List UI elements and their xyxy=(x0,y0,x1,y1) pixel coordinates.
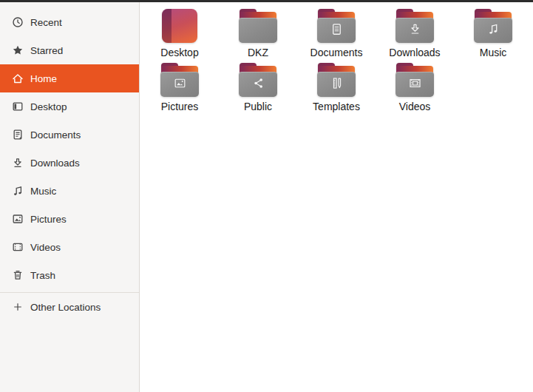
file-icon-view: Desktop DKZ xyxy=(140,2,533,392)
star-icon xyxy=(11,44,24,57)
home-icon xyxy=(11,72,24,85)
music-icon xyxy=(11,185,24,197)
file-label: Desktop xyxy=(160,47,198,59)
file-label: Videos xyxy=(399,101,431,113)
sidebar-item-label: Recent xyxy=(30,17,62,28)
download-icon xyxy=(11,157,24,169)
file-public[interactable]: Public xyxy=(219,62,297,113)
file-label: Templates xyxy=(313,101,360,113)
sidebar-item-pictures[interactable]: Pictures xyxy=(0,205,139,233)
file-label: Pictures xyxy=(161,101,199,113)
sidebar-item-label: Pictures xyxy=(30,214,67,225)
clock-icon xyxy=(11,16,24,29)
file-downloads[interactable]: Downloads xyxy=(376,8,454,59)
document-icon xyxy=(11,129,24,141)
sidebar-item-music[interactable]: Music xyxy=(0,177,139,205)
file-music[interactable]: Music xyxy=(454,8,532,59)
window-body: Recent Starred Home Desktop xyxy=(0,2,533,392)
file-label: Downloads xyxy=(389,47,440,59)
music-glyph-icon xyxy=(486,22,500,39)
share-glyph-icon xyxy=(251,76,265,93)
sidebar-item-label: Desktop xyxy=(30,101,67,112)
template-glyph-icon xyxy=(330,76,344,93)
folder-icon xyxy=(239,62,277,98)
file-label: Documents xyxy=(310,47,363,59)
sidebar-item-other-locations[interactable]: Other Locations xyxy=(0,293,139,321)
sidebar-item-trash[interactable]: Trash xyxy=(0,261,139,289)
sidebar-item-label: Documents xyxy=(30,129,81,141)
sidebar-item-label: Videos xyxy=(30,242,61,253)
folder-icon xyxy=(474,8,512,44)
video-icon xyxy=(11,241,24,254)
document-glyph-icon xyxy=(330,22,344,39)
icon-grid: Desktop DKZ xyxy=(140,8,533,116)
folder-icon xyxy=(395,8,434,44)
sidebar: Recent Starred Home Desktop xyxy=(0,2,140,392)
trash-icon xyxy=(11,269,24,282)
file-documents[interactable]: Documents xyxy=(297,8,376,59)
plus-icon xyxy=(11,301,24,314)
sidebar-item-documents[interactable]: Documents xyxy=(0,121,139,149)
sidebar-item-home[interactable]: Home xyxy=(0,64,139,92)
desktop-gradient-icon xyxy=(162,8,197,44)
folder-icon xyxy=(317,62,356,98)
folder-icon xyxy=(317,8,356,44)
file-videos[interactable]: Videos xyxy=(376,62,454,113)
file-label: Music xyxy=(480,47,507,59)
sidebar-item-downloads[interactable]: Downloads xyxy=(0,149,139,177)
folder-icon xyxy=(395,62,434,98)
download-glyph-icon xyxy=(408,22,422,39)
file-label: DKZ xyxy=(248,47,268,59)
sidebar-item-label: Home xyxy=(30,73,57,84)
sidebar-item-label: Starred xyxy=(30,45,63,56)
sidebar-item-label: Trash xyxy=(30,270,55,281)
sidebar-item-label: Other Locations xyxy=(30,302,101,313)
desktop-icon xyxy=(11,101,24,113)
picture-icon xyxy=(11,213,24,226)
folder-icon xyxy=(160,62,199,98)
sidebar-item-starred[interactable]: Starred xyxy=(0,36,139,64)
file-desktop[interactable]: Desktop xyxy=(140,8,219,59)
folder-icon xyxy=(239,8,277,44)
file-dkz[interactable]: DKZ xyxy=(219,8,297,59)
picture-glyph-icon xyxy=(173,76,187,93)
sidebar-item-label: Downloads xyxy=(30,158,80,169)
file-manager-window: Recent Starred Home Desktop xyxy=(0,0,533,392)
file-label: Public xyxy=(244,101,272,113)
sidebar-item-videos[interactable]: Videos xyxy=(0,233,139,261)
file-templates[interactable]: Templates xyxy=(297,62,376,113)
file-pictures[interactable]: Pictures xyxy=(140,62,219,113)
sidebar-item-recent[interactable]: Recent xyxy=(0,8,139,36)
video-glyph-icon xyxy=(408,76,422,93)
sidebar-item-desktop[interactable]: Desktop xyxy=(0,92,139,121)
sidebar-item-label: Music xyxy=(30,186,56,197)
